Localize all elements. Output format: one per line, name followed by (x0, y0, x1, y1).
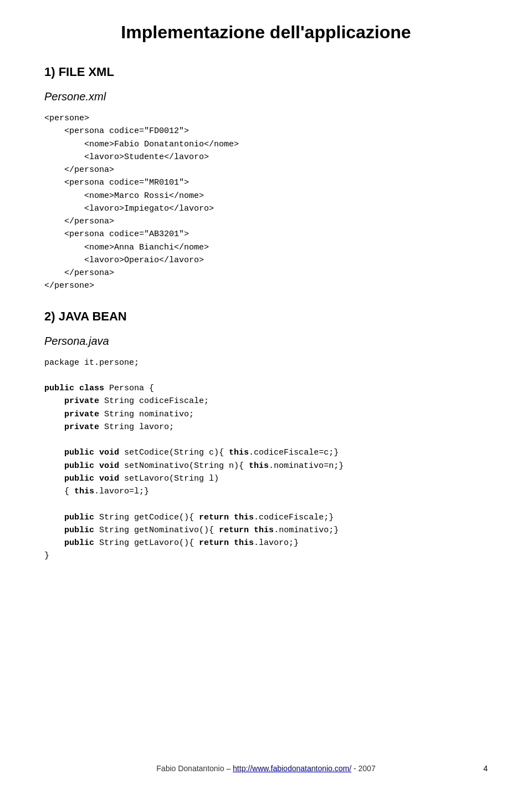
section-2: 2) JAVA BEAN Persona.java package it.per… (44, 309, 488, 563)
section1-heading: 1) FILE XML (44, 65, 488, 79)
footer-text: Fabio Donatantonio – (156, 764, 233, 773)
section1-file-label: Persone.xml (44, 90, 488, 103)
page-number: 4 (483, 764, 488, 773)
footer-year: - 2007 (351, 764, 376, 773)
section2-file-label: Persona.java (44, 335, 488, 348)
section1-code: <persone> <persona codice="FD0012"> <nom… (44, 112, 488, 293)
footer: Fabio Donatantonio – http://www.fabiodon… (0, 764, 532, 773)
section2-code: package it.persone; public class Persona… (44, 356, 488, 563)
footer-link[interactable]: http://www.fabiodonatantonio.com/ (233, 764, 351, 773)
section-1: 1) FILE XML Persone.xml <persone> <perso… (44, 65, 488, 293)
page-title: Implementazione dell'applicazione (44, 22, 488, 43)
section2-heading: 2) JAVA BEAN (44, 309, 488, 324)
